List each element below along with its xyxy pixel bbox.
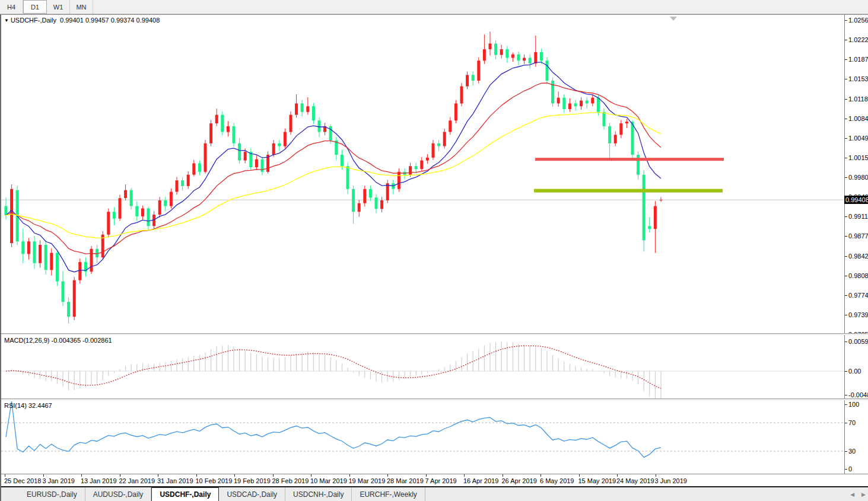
price-axis-label: 1.00490 (848, 135, 868, 142)
price-axis-tick (845, 295, 847, 296)
date-axis-label: 10 Feb 2019 (196, 477, 233, 484)
date-axis-label: 3 Jun 2019 (655, 477, 687, 484)
candlestick-chart[interactable] (1, 15, 846, 333)
date-axis-tick (426, 474, 427, 477)
rsi-axis[interactable]: 10070300 (844, 400, 868, 474)
date-axis-label: 16 Apr 2019 (463, 477, 498, 484)
price-axis-tick (845, 276, 847, 276)
macd-label: MACD(12,26,9) -0.004365 -0.002861 (4, 337, 112, 344)
rsi-axis-tick (845, 404, 847, 405)
chart-tab-bar: EURUSD-,Daily AUDUSD-,Daily USDCHF-,Dail… (1, 486, 868, 501)
date-axis[interactable]: 25 Dec 20183 Jan 201913 Jan 201922 Jan 2… (1, 474, 868, 487)
date-axis-tick (5, 474, 5, 477)
tab-usdcnh-daily[interactable]: USDCNH-,Daily (285, 487, 352, 501)
macd-signal-value: -0.002861 (82, 337, 112, 344)
chart-shift-marker-icon[interactable] (670, 17, 677, 21)
price-axis-tick (845, 256, 847, 257)
tab-usdchf-daily[interactable]: USDCHF-,Daily (151, 487, 219, 501)
rsi-chart[interactable] (1, 400, 846, 474)
tab-eurchf-weekly[interactable]: EURCHF-,Weekly (352, 487, 425, 501)
macd-axis-tick (845, 342, 847, 342)
price-axis-tick (845, 99, 847, 100)
price-axis-tick (845, 59, 847, 60)
date-axis-label: 19 Feb 2019 (234, 477, 271, 484)
date-axis-tick (120, 474, 120, 477)
date-axis-label: 15 May 2019 (578, 477, 616, 484)
date-axis-label: 25 Dec 2018 (4, 477, 41, 484)
tab-scroll-right-icon[interactable]: ▶ (861, 492, 866, 497)
price-axis-label: 1.00840 (848, 116, 868, 122)
date-axis-tick (349, 474, 350, 477)
rsi-axis-tick (845, 469, 847, 470)
date-axis-label: 24 May 2019 (616, 477, 654, 484)
rsi-value: 32.4467 (28, 402, 52, 409)
price-axis-tick (845, 138, 847, 139)
price-axis-label: 0.98420 (848, 253, 868, 260)
price-axis-label: 1.01870 (848, 56, 868, 63)
date-axis-tick (81, 474, 82, 477)
date-axis-label: 10 Mar 2019 (310, 477, 347, 484)
current-price-tag: 0.99408 (844, 196, 868, 204)
date-axis-tick (540, 474, 541, 477)
timeframe-toolbar: H4 D1 W1 MN (0, 0, 868, 14)
date-axis-tick (196, 474, 197, 477)
price-axis-label: 0.98770 (848, 233, 868, 240)
tab-audusd-daily[interactable]: AUDUSD-,Daily (85, 487, 152, 501)
price-axis-label: 1.00150 (848, 155, 868, 161)
price-axis-label: 0.98080 (848, 273, 868, 279)
price-axis-label: 1.02220 (848, 37, 868, 43)
date-axis-tick (656, 474, 656, 477)
date-axis-label: 26 Apr 2019 (502, 477, 537, 484)
date-axis-label: 31 Jan 2019 (157, 477, 193, 484)
chart-expand-icon[interactable]: ▼ (4, 18, 9, 23)
timeframe-h4-button[interactable]: H4 (0, 0, 23, 14)
ohlc-close: 0.99408 (136, 17, 160, 24)
rsi-axis-tick (845, 423, 847, 423)
rsi-axis-label: 100 (848, 401, 859, 408)
rsi-axis-label: 0 (848, 466, 852, 473)
date-axis-tick (43, 474, 44, 477)
macd-axis-tick (845, 371, 847, 372)
price-axis-tick (845, 20, 847, 21)
ohlc-high: 0.99457 (85, 17, 109, 24)
price-axis-tick (845, 40, 847, 40)
date-axis-tick (273, 474, 274, 477)
date-axis-label: 28 Feb 2019 (272, 477, 309, 484)
date-axis-tick (503, 474, 503, 477)
price-axis-tick (845, 236, 847, 237)
price-axis-label: 1.02560 (848, 17, 868, 24)
price-axis-label: 1.01180 (848, 96, 868, 103)
tab-eurusd-daily[interactable]: EURUSD-,Daily (19, 487, 85, 501)
date-axis-label: 13 Jan 2019 (81, 477, 117, 484)
price-axis-label: 0.99110 (848, 213, 868, 220)
macd-axis-label: 0.005999 (848, 339, 868, 345)
price-axis-tick (845, 158, 847, 158)
rsi-indicator-pane[interactable]: RSI(14) 32.4467 10070300 (1, 400, 868, 474)
date-axis-label: 19 Mar 2019 (349, 477, 386, 484)
date-axis-tick (579, 474, 580, 477)
tab-usdcad-daily[interactable]: USDCAD-,Daily (219, 487, 285, 501)
price-axis-tick (845, 79, 847, 79)
date-axis-tick (234, 474, 235, 477)
price-axis-tick (845, 119, 847, 119)
price-axis-label: 1.01530 (848, 76, 868, 82)
macd-axis-tick (845, 395, 847, 395)
date-axis-label: 28 Mar 2019 (387, 477, 424, 484)
macd-indicator-pane[interactable]: MACD(12,26,9) -0.004365 -0.002861 0.0059… (1, 335, 868, 398)
macd-axis-label: -0.004858 (848, 392, 868, 398)
date-axis-label: 3 Jan 2019 (43, 477, 75, 484)
price-axis-label: 0.97740 (848, 292, 868, 299)
tab-scroll-left-icon[interactable]: ◀ (850, 492, 854, 497)
timeframe-mn-button[interactable]: MN (70, 0, 93, 14)
price-chart-pane[interactable]: ▼USDCHF-,Daily 0.99401 0.99457 0.99374 0… (1, 15, 868, 333)
macd-axis-label: 0.00 (848, 368, 861, 375)
date-axis-tick (464, 474, 465, 477)
timeframe-d1-button[interactable]: D1 (23, 0, 47, 14)
macd-chart[interactable] (1, 335, 846, 398)
timeframe-w1-button[interactable]: W1 (47, 0, 70, 14)
rsi-label: RSI(14) 32.4467 (4, 402, 52, 409)
price-axis[interactable]: 0.99408 1.025601.022201.018701.015301.01… (844, 15, 868, 333)
mt4-chart-screen: { "toolbar": { "buttons": [ {"label": "H… (0, 0, 868, 501)
date-axis-tick (387, 474, 388, 477)
macd-axis[interactable]: 0.0059990.00-0.004858 (844, 335, 868, 398)
